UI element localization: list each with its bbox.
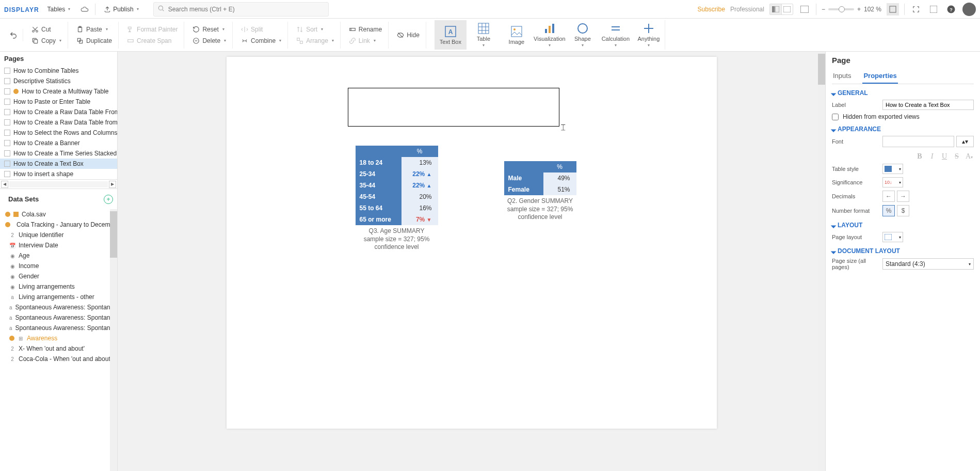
text-box-element[interactable] <box>348 88 559 127</box>
scroll-right-icon[interactable]: ▶ <box>109 181 116 188</box>
currency-format-button[interactable]: $ <box>897 205 909 216</box>
user-avatar[interactable] <box>962 3 976 16</box>
section-general[interactable]: GENERAL <box>832 89 974 97</box>
canvas-scrollbar[interactable] <box>818 52 825 471</box>
page-item[interactable]: How to Select the Rows and Columns to A <box>0 128 117 138</box>
publish-menu[interactable]: Publish▾ <box>100 4 142 15</box>
age-summary-table[interactable]: % 18 to 2413%25-3422% ▲35-4422% ▲45-5420… <box>356 146 438 252</box>
page-item[interactable]: How to insert a shape <box>0 169 117 179</box>
font-color-button[interactable]: A▾ <box>965 152 974 161</box>
decrease-decimals-button[interactable]: ← <box>882 191 895 202</box>
combine-button[interactable]: Combine▾ <box>238 36 284 45</box>
copy-button[interactable]: Copy▾ <box>28 36 65 45</box>
dataset-item[interactable]: ⊞Awareness <box>0 333 117 343</box>
dataset-item[interactable]: 2Coca-Cola - When 'out and about' <box>0 354 117 364</box>
page-item[interactable]: How to Create a Time Series Stacked by Y <box>0 148 117 159</box>
svg-rect-3 <box>783 6 791 12</box>
tables-menu[interactable]: Tables▾ <box>43 4 75 15</box>
dataset-item[interactable]: ◉Living arrangements <box>0 281 117 292</box>
page-item[interactable]: Descriptive Statistics <box>0 76 117 86</box>
strike-button[interactable]: S <box>952 152 961 161</box>
dataset-item[interactable]: 2X- When 'out and about' <box>0 343 117 354</box>
increase-decimals-button[interactable]: → <box>897 191 909 202</box>
font-size-spinner[interactable]: ▴▾ <box>956 136 974 147</box>
zoom-out-button[interactable]: − <box>822 6 825 13</box>
page-view-icon[interactable] <box>798 3 811 15</box>
duplicate-button[interactable]: Duplicate <box>73 36 115 45</box>
page-size-select[interactable]: Standard (4:3)▾ <box>882 258 974 270</box>
page-item[interactable]: How to Create a Raw Data Table From a V <box>0 107 117 117</box>
insert-image-button[interactable]: Image <box>501 20 533 50</box>
label-input[interactable] <box>882 100 974 110</box>
section-appearance[interactable]: APPEARANCE <box>832 125 974 133</box>
insert-table-button[interactable]: Table▾ <box>468 20 500 50</box>
cut-button[interactable]: Cut <box>28 25 65 34</box>
fullscreen-icon[interactable] <box>910 3 922 15</box>
percent-format-button[interactable]: % <box>882 205 895 216</box>
zoom-in-button[interactable]: + <box>857 6 861 13</box>
view-both-icon[interactable] <box>770 4 781 14</box>
rename-button[interactable]: Rename <box>346 25 385 34</box>
table-style-select[interactable]: ▾ <box>882 164 903 174</box>
svg-rect-28 <box>511 26 522 37</box>
page-item[interactable]: How to Create a Banner <box>0 138 117 148</box>
dataset-item[interactable]: ◉Income <box>0 261 117 271</box>
dataset-item[interactable]: ◉Gender <box>0 271 117 281</box>
dataset-item[interactable]: 2Unique Identifier <box>0 230 117 240</box>
insert-anything-button[interactable]: Anything▾ <box>633 20 665 50</box>
cloud-sync-icon[interactable] <box>78 3 91 15</box>
present-icon[interactable] <box>927 3 940 15</box>
page-item[interactable]: How to Create a Multiway Table <box>0 86 117 97</box>
dataset-item[interactable]: aSpontaneous Awareness: Spontaneou <box>0 312 117 323</box>
insert-visualization-button[interactable]: Visualization▾ <box>534 20 566 50</box>
page-layout-select[interactable]: ▾ <box>882 232 903 242</box>
reset-button[interactable]: Reset▾ <box>189 25 229 34</box>
dataset-item-label: Unique Identifier <box>19 231 63 239</box>
datasets-scrollbar[interactable] <box>110 209 117 471</box>
add-dataset-button[interactable]: + <box>104 195 113 204</box>
gender-summary-table[interactable]: % Male49%Female51% Q2. Gender SUMMARY sa… <box>504 161 576 222</box>
view-right-icon[interactable] <box>781 4 793 14</box>
dataset-item[interactable]: Cola Tracking - January to December. <box>0 219 117 230</box>
page-item[interactable]: How to Create a Text Box <box>0 159 117 169</box>
dataset-item[interactable]: aLiving arrangements - other <box>0 292 117 302</box>
insert-calculation-button[interactable]: Calculation▾ <box>600 20 632 50</box>
insert-textbox-button[interactable]: A Text Box <box>435 20 467 50</box>
page-item[interactable]: How to Paste or Enter Table <box>0 97 117 107</box>
canvas-area[interactable]: ⌶ % 18 to 2413%25-3422% ▲35-4422% ▲45-54… <box>118 52 825 471</box>
hidden-checkbox[interactable] <box>832 114 839 120</box>
dataset-item[interactable]: aSpontaneous Awareness: Spontaneou <box>0 323 117 333</box>
zoom-value: 102 % <box>864 6 881 13</box>
bold-button[interactable]: B <box>915 152 924 161</box>
search-menus[interactable] <box>153 2 329 17</box>
delete-button[interactable]: Delete▾ <box>189 36 229 45</box>
significance-select[interactable]: 10↓▾ <box>882 177 903 187</box>
tab-properties[interactable]: Properties <box>862 69 897 84</box>
decimals-label: Decimals <box>832 193 878 199</box>
pages-hscroll[interactable]: ◀ ▶ <box>0 179 117 189</box>
paste-button[interactable]: Paste▾ <box>73 25 115 34</box>
dataset-item[interactable]: ◉Age <box>0 250 117 261</box>
undo-button[interactable] <box>7 29 20 41</box>
search-input[interactable] <box>153 2 329 17</box>
page-canvas[interactable]: ⌶ % 18 to 2413%25-3422% ▲35-4422% ▲45-54… <box>227 57 717 429</box>
zoom-slider[interactable] <box>828 8 854 10</box>
underline-button[interactable]: U <box>940 152 949 161</box>
subscribe-link[interactable]: Subscribe <box>698 6 725 13</box>
tab-inputs[interactable]: Inputs <box>832 69 852 84</box>
fit-page-button[interactable] <box>887 3 899 15</box>
view-toggle-panels[interactable] <box>769 4 793 15</box>
page-item[interactable]: How to Create a Raw Data Table from Var <box>0 117 117 128</box>
dataset-item[interactable]: Cola.sav <box>0 209 117 219</box>
insert-shape-button[interactable]: Shape▾ <box>567 20 599 50</box>
hide-button[interactable]: Hide <box>394 30 423 40</box>
dataset-item[interactable]: aSpontaneous Awareness: Spontaneou <box>0 302 117 312</box>
section-layout[interactable]: LAYOUT <box>832 222 974 229</box>
help-icon[interactable]: ? <box>945 3 957 15</box>
section-document-layout[interactable]: DOCUMENT LAYOUT <box>832 247 974 255</box>
font-family-select[interactable] <box>882 136 954 147</box>
page-item[interactable]: How to Combine Tables <box>0 66 117 76</box>
italic-button[interactable]: I <box>927 152 937 161</box>
scroll-left-icon[interactable]: ◀ <box>1 181 8 188</box>
dataset-item[interactable]: 📅Interview Date <box>0 240 117 250</box>
